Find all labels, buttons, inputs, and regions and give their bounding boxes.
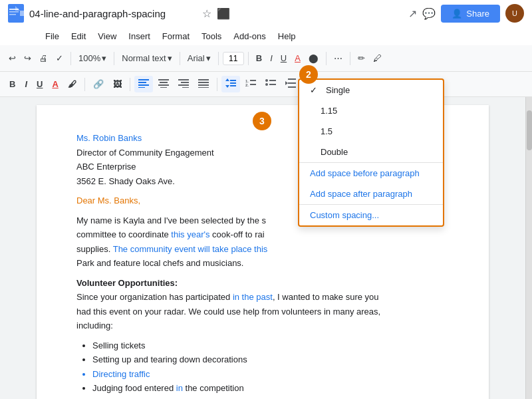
svg-marker-21 (225, 78, 229, 81)
menu-view[interactable]: View (92, 29, 122, 43)
bold-button[interactable]: B (5, 76, 19, 92)
svg-rect-6 (138, 82, 146, 83)
line-spacing-button[interactable] (221, 76, 240, 92)
comment-icon[interactable]: 💬 (422, 7, 436, 20)
svg-rect-17 (198, 79, 209, 80)
style-selector[interactable]: Normal text ▾ (118, 51, 175, 66)
share-icon: 👤 (452, 9, 462, 19)
color-btn-t1[interactable]: A (291, 51, 304, 66)
paint-format-button[interactable]: 🖌 (64, 76, 80, 92)
svg-rect-32 (269, 80, 276, 81)
font-size-input[interactable] (223, 52, 244, 65)
step-2-bubble: 2 (299, 65, 318, 84)
list-item: Setting up and tearing down decorations (92, 353, 449, 366)
svg-rect-16 (182, 87, 189, 88)
align-center-button[interactable] (154, 76, 173, 92)
font-color-button[interactable]: A (48, 76, 62, 92)
svg-rect-25 (230, 85, 236, 86)
para1-line4: Park and feature local chefs and musicia… (76, 257, 449, 270)
spacing-options-section: Single 1.15 1.5 Double (299, 80, 443, 163)
svg-rect-9 (158, 79, 169, 80)
svg-rect-29 (250, 84, 256, 85)
redo-button[interactable]: ↪ (21, 51, 35, 66)
one-fifteen-spacing-option[interactable]: 1.15 (299, 100, 443, 121)
toolbar-2: B I U A 🖌 🔗 🖼 1.2. ✗ (0, 72, 532, 97)
undo-button[interactable]: ↩ (5, 51, 19, 66)
ordered-list-button[interactable]: 1.2. (241, 76, 260, 92)
volunteer-block: Volunteer Opportunities: Since your orga… (76, 277, 449, 332)
custom-spacing-option[interactable]: Custom spacing... (299, 205, 443, 225)
image-button[interactable]: 🖼 (109, 76, 126, 92)
svg-marker-22 (225, 85, 229, 88)
title-bar: 04-line-and-paragraph-spacing ☆ ⬛ ↗ 💬 👤 … (0, 0, 532, 27)
list-item: Selling tickets (92, 339, 449, 352)
chart-icon[interactable]: ↗ (408, 7, 417, 20)
scrollbar[interactable] (525, 97, 532, 399)
underline-button[interactable]: U (33, 76, 47, 92)
svg-rect-12 (160, 87, 167, 88)
single-spacing-option[interactable]: Single (299, 80, 443, 100)
doc-icon (8, 4, 24, 23)
link-button[interactable]: 🔗 (89, 76, 108, 92)
svg-rect-28 (250, 80, 256, 81)
vol-line1: Since your organization has participated… (76, 291, 449, 304)
menu-tools[interactable]: Tools (196, 29, 227, 43)
separator-2 (114, 52, 114, 65)
svg-rect-34 (288, 78, 296, 80)
spacing-dropdown: Single 1.15 1.5 Double Add space before … (298, 78, 444, 227)
svg-rect-5 (138, 79, 149, 80)
t2-sep-3 (217, 78, 217, 91)
svg-rect-15 (178, 84, 189, 86)
svg-rect-23 (230, 80, 236, 81)
highlight-btn-t1[interactable]: ⬤ (305, 51, 322, 66)
menu-insert[interactable]: Insert (123, 29, 156, 43)
menu-help[interactable]: Help (273, 29, 301, 43)
svg-rect-37 (288, 86, 296, 88)
menu-format[interactable]: Format (157, 29, 195, 43)
separator-6 (326, 52, 327, 65)
star-icon[interactable]: ☆ (202, 7, 211, 20)
decrease-indent-button[interactable] (281, 76, 300, 92)
separator-1 (70, 52, 71, 65)
menu-bar: File Edit View Insert Format Tools Add-o… (0, 27, 532, 45)
svg-rect-19 (198, 84, 209, 86)
bullet-list-button[interactable] (261, 76, 280, 92)
para1-start: My name is Kayla and I've been selected … (76, 215, 266, 225)
pencil-btn[interactable]: 🖊 (370, 51, 385, 66)
folder-icon[interactable]: ⬛ (217, 7, 230, 20)
add-space-after-option[interactable]: Add space after paragraph (299, 184, 443, 204)
align-right-button[interactable] (174, 76, 193, 92)
svg-marker-35 (285, 81, 288, 85)
one-five-spacing-option[interactable]: 1.5 (299, 121, 443, 142)
more-btn-t1[interactable]: ⋯ (331, 51, 346, 66)
svg-rect-10 (160, 82, 168, 83)
zoom-selector[interactable]: 100% ▾ (75, 51, 110, 66)
svg-rect-18 (198, 82, 209, 83)
align-justify-button[interactable] (194, 76, 213, 92)
italic-btn-t1[interactable]: I (267, 51, 276, 66)
add-space-before-option[interactable]: Add space before paragraph (299, 163, 443, 184)
pen-btn[interactable]: ✏ (354, 51, 368, 66)
menu-edit[interactable]: Edit (66, 29, 91, 43)
menu-addons[interactable]: Add-ons (228, 29, 271, 43)
menu-file[interactable]: File (40, 29, 65, 43)
svg-rect-33 (269, 84, 276, 85)
bullet-list: Selling tickets Setting up and tearing d… (76, 339, 449, 395)
svg-rect-36 (288, 82, 296, 84)
spellcheck-button[interactable]: ✓ (53, 51, 66, 66)
double-spacing-option[interactable]: Double (299, 142, 443, 162)
font-selector[interactable]: Arial ▾ (184, 51, 214, 66)
svg-rect-0 (8, 6, 20, 21)
bold-btn-t1[interactable]: B (253, 51, 265, 66)
svg-rect-13 (178, 79, 189, 80)
italic-button[interactable]: I (21, 76, 31, 92)
scrollbar-thumb[interactable] (527, 110, 532, 150)
underline-btn-t1[interactable]: U (277, 51, 290, 66)
align-left-button[interactable] (134, 76, 153, 92)
para1-line2: committee to coordinate this year's cook… (76, 228, 449, 241)
svg-rect-3 (9, 14, 16, 15)
svg-rect-2 (9, 11, 19, 13)
print-button[interactable]: 🖨 (36, 51, 51, 66)
svg-text:2.: 2. (245, 83, 249, 87)
share-button[interactable]: 👤 Share (441, 5, 500, 23)
